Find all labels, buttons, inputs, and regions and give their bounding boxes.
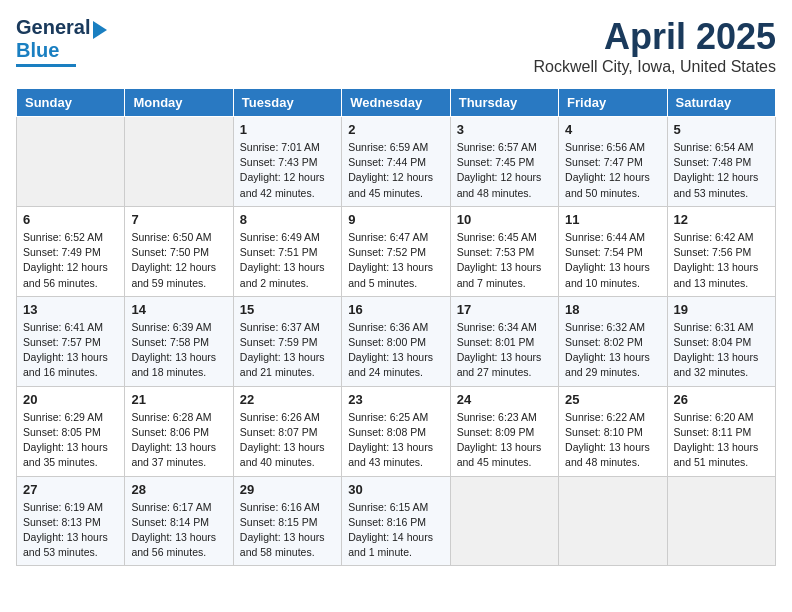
day-header-tuesday: Tuesday [233, 89, 341, 117]
calendar-cell: 28Sunrise: 6:17 AM Sunset: 8:14 PM Dayli… [125, 476, 233, 566]
day-info: Sunrise: 6:57 AM Sunset: 7:45 PM Dayligh… [457, 140, 552, 201]
calendar-title-area: April 2025 Rockwell City, Iowa, United S… [534, 16, 776, 76]
day-info: Sunrise: 6:25 AM Sunset: 8:08 PM Dayligh… [348, 410, 443, 471]
calendar-cell: 15Sunrise: 6:37 AM Sunset: 7:59 PM Dayli… [233, 296, 341, 386]
day-info: Sunrise: 6:52 AM Sunset: 7:49 PM Dayligh… [23, 230, 118, 291]
calendar-cell: 6Sunrise: 6:52 AM Sunset: 7:49 PM Daylig… [17, 206, 125, 296]
calendar-cell [559, 476, 667, 566]
calendar-header-row: SundayMondayTuesdayWednesdayThursdayFrid… [17, 89, 776, 117]
calendar-cell: 11Sunrise: 6:44 AM Sunset: 7:54 PM Dayli… [559, 206, 667, 296]
day-header-wednesday: Wednesday [342, 89, 450, 117]
day-info: Sunrise: 6:49 AM Sunset: 7:51 PM Dayligh… [240, 230, 335, 291]
day-header-sunday: Sunday [17, 89, 125, 117]
calendar-cell: 7Sunrise: 6:50 AM Sunset: 7:50 PM Daylig… [125, 206, 233, 296]
calendar-cell: 5Sunrise: 6:54 AM Sunset: 7:48 PM Daylig… [667, 117, 775, 207]
day-info: Sunrise: 6:56 AM Sunset: 7:47 PM Dayligh… [565, 140, 660, 201]
logo: General Blue [16, 16, 107, 67]
day-number: 21 [131, 392, 226, 407]
day-number: 9 [348, 212, 443, 227]
day-info: Sunrise: 6:31 AM Sunset: 8:04 PM Dayligh… [674, 320, 769, 381]
calendar-cell: 2Sunrise: 6:59 AM Sunset: 7:44 PM Daylig… [342, 117, 450, 207]
day-info: Sunrise: 6:47 AM Sunset: 7:52 PM Dayligh… [348, 230, 443, 291]
day-info: Sunrise: 6:20 AM Sunset: 8:11 PM Dayligh… [674, 410, 769, 471]
calendar-cell: 12Sunrise: 6:42 AM Sunset: 7:56 PM Dayli… [667, 206, 775, 296]
calendar-cell: 30Sunrise: 6:15 AM Sunset: 8:16 PM Dayli… [342, 476, 450, 566]
day-number: 1 [240, 122, 335, 137]
day-number: 12 [674, 212, 769, 227]
calendar-week-row: 6Sunrise: 6:52 AM Sunset: 7:49 PM Daylig… [17, 206, 776, 296]
day-number: 10 [457, 212, 552, 227]
day-number: 30 [348, 482, 443, 497]
day-info: Sunrise: 6:28 AM Sunset: 8:06 PM Dayligh… [131, 410, 226, 471]
calendar-cell: 22Sunrise: 6:26 AM Sunset: 8:07 PM Dayli… [233, 386, 341, 476]
calendar-cell: 26Sunrise: 6:20 AM Sunset: 8:11 PM Dayli… [667, 386, 775, 476]
calendar-cell: 13Sunrise: 6:41 AM Sunset: 7:57 PM Dayli… [17, 296, 125, 386]
day-number: 4 [565, 122, 660, 137]
day-info: Sunrise: 6:41 AM Sunset: 7:57 PM Dayligh… [23, 320, 118, 381]
calendar-cell: 4Sunrise: 6:56 AM Sunset: 7:47 PM Daylig… [559, 117, 667, 207]
calendar-table: SundayMondayTuesdayWednesdayThursdayFrid… [16, 88, 776, 566]
calendar-cell: 19Sunrise: 6:31 AM Sunset: 8:04 PM Dayli… [667, 296, 775, 386]
logo-underline [16, 64, 76, 67]
calendar-cell [450, 476, 558, 566]
calendar-week-row: 27Sunrise: 6:19 AM Sunset: 8:13 PM Dayli… [17, 476, 776, 566]
day-number: 28 [131, 482, 226, 497]
calendar-cell: 24Sunrise: 6:23 AM Sunset: 8:09 PM Dayli… [450, 386, 558, 476]
day-number: 8 [240, 212, 335, 227]
calendar-cell: 27Sunrise: 6:19 AM Sunset: 8:13 PM Dayli… [17, 476, 125, 566]
day-number: 3 [457, 122, 552, 137]
day-number: 7 [131, 212, 226, 227]
day-number: 18 [565, 302, 660, 317]
calendar-cell: 10Sunrise: 6:45 AM Sunset: 7:53 PM Dayli… [450, 206, 558, 296]
calendar-cell: 20Sunrise: 6:29 AM Sunset: 8:05 PM Dayli… [17, 386, 125, 476]
day-header-saturday: Saturday [667, 89, 775, 117]
month-year-title: April 2025 [534, 16, 776, 58]
day-number: 19 [674, 302, 769, 317]
logo-blue: Blue [16, 39, 59, 62]
day-number: 17 [457, 302, 552, 317]
calendar-week-row: 13Sunrise: 6:41 AM Sunset: 7:57 PM Dayli… [17, 296, 776, 386]
logo-text: General [16, 16, 107, 38]
day-number: 11 [565, 212, 660, 227]
calendar-cell: 8Sunrise: 6:49 AM Sunset: 7:51 PM Daylig… [233, 206, 341, 296]
calendar-week-row: 20Sunrise: 6:29 AM Sunset: 8:05 PM Dayli… [17, 386, 776, 476]
calendar-week-row: 1Sunrise: 7:01 AM Sunset: 7:43 PM Daylig… [17, 117, 776, 207]
day-info: Sunrise: 6:37 AM Sunset: 7:59 PM Dayligh… [240, 320, 335, 381]
day-info: Sunrise: 6:32 AM Sunset: 8:02 PM Dayligh… [565, 320, 660, 381]
calendar-cell: 17Sunrise: 6:34 AM Sunset: 8:01 PM Dayli… [450, 296, 558, 386]
day-info: Sunrise: 6:50 AM Sunset: 7:50 PM Dayligh… [131, 230, 226, 291]
day-info: Sunrise: 6:39 AM Sunset: 7:58 PM Dayligh… [131, 320, 226, 381]
day-number: 5 [674, 122, 769, 137]
day-number: 20 [23, 392, 118, 407]
day-info: Sunrise: 7:01 AM Sunset: 7:43 PM Dayligh… [240, 140, 335, 201]
day-info: Sunrise: 6:29 AM Sunset: 8:05 PM Dayligh… [23, 410, 118, 471]
calendar-cell: 18Sunrise: 6:32 AM Sunset: 8:02 PM Dayli… [559, 296, 667, 386]
day-info: Sunrise: 6:36 AM Sunset: 8:00 PM Dayligh… [348, 320, 443, 381]
calendar-cell [125, 117, 233, 207]
day-number: 26 [674, 392, 769, 407]
calendar-cell: 29Sunrise: 6:16 AM Sunset: 8:15 PM Dayli… [233, 476, 341, 566]
day-info: Sunrise: 6:17 AM Sunset: 8:14 PM Dayligh… [131, 500, 226, 561]
day-info: Sunrise: 6:42 AM Sunset: 7:56 PM Dayligh… [674, 230, 769, 291]
day-info: Sunrise: 6:45 AM Sunset: 7:53 PM Dayligh… [457, 230, 552, 291]
calendar-cell [17, 117, 125, 207]
day-info: Sunrise: 6:19 AM Sunset: 8:13 PM Dayligh… [23, 500, 118, 561]
day-info: Sunrise: 6:23 AM Sunset: 8:09 PM Dayligh… [457, 410, 552, 471]
day-number: 22 [240, 392, 335, 407]
day-number: 25 [565, 392, 660, 407]
location-subtitle: Rockwell City, Iowa, United States [534, 58, 776, 76]
calendar-cell [667, 476, 775, 566]
calendar-cell: 21Sunrise: 6:28 AM Sunset: 8:06 PM Dayli… [125, 386, 233, 476]
day-info: Sunrise: 6:26 AM Sunset: 8:07 PM Dayligh… [240, 410, 335, 471]
day-number: 14 [131, 302, 226, 317]
calendar-cell: 3Sunrise: 6:57 AM Sunset: 7:45 PM Daylig… [450, 117, 558, 207]
day-number: 2 [348, 122, 443, 137]
day-header-friday: Friday [559, 89, 667, 117]
calendar-cell: 14Sunrise: 6:39 AM Sunset: 7:58 PM Dayli… [125, 296, 233, 386]
day-info: Sunrise: 6:22 AM Sunset: 8:10 PM Dayligh… [565, 410, 660, 471]
calendar-cell: 23Sunrise: 6:25 AM Sunset: 8:08 PM Dayli… [342, 386, 450, 476]
day-info: Sunrise: 6:15 AM Sunset: 8:16 PM Dayligh… [348, 500, 443, 561]
day-info: Sunrise: 6:44 AM Sunset: 7:54 PM Dayligh… [565, 230, 660, 291]
day-header-thursday: Thursday [450, 89, 558, 117]
day-number: 24 [457, 392, 552, 407]
